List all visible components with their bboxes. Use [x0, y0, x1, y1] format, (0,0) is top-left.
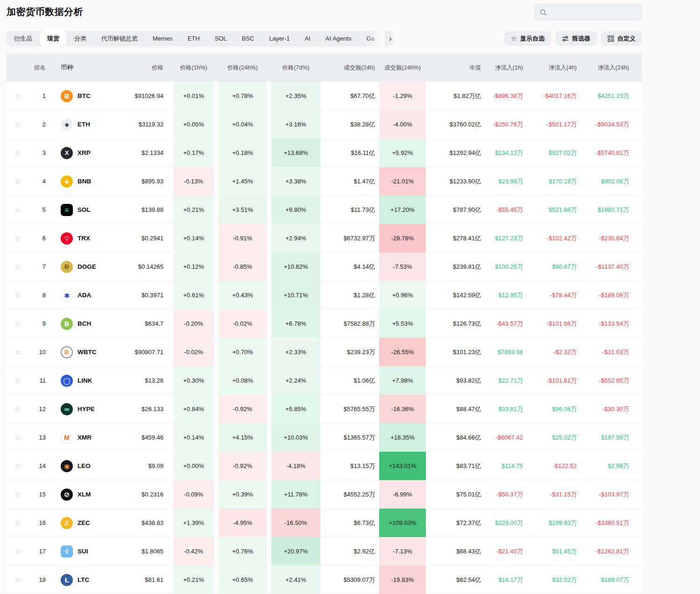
tab-9[interactable]: AI — [297, 31, 318, 46]
cell-rank: 2 — [29, 110, 47, 139]
favorite-star-icon[interactable]: ☆ — [7, 537, 29, 566]
cell-netflow-1h: $229.00万 — [481, 509, 523, 537]
cell-volume-24h: $5765.55万 — [320, 395, 375, 423]
search-input[interactable] — [550, 8, 637, 16]
cell-pct7d: +13.68% — [271, 139, 320, 167]
coin-symbol: WBTC — [78, 349, 97, 356]
cell-pct1h: +0.30% — [173, 366, 214, 395]
table-row[interactable]: ☆6▽TRX$0.2941+0.14%-0.91%+2.94%$6732.97万… — [7, 224, 642, 252]
tab-2[interactable]: 分类 — [67, 31, 94, 46]
tab-bar: 衍生品现货分类代币解锁总览MemesETHSOLBSCLayer-1AIAI A… — [7, 31, 393, 46]
table-row[interactable]: ☆15⊘XLM$0.2316-0.09%+0.39%+11.78%$4552.2… — [7, 480, 642, 509]
cell-netflow-1h: -$21.40万 — [481, 537, 523, 566]
tab-10[interactable]: AI Agents — [318, 31, 359, 46]
cell-pct24h: -4.95% — [219, 509, 267, 537]
cell-market-cap: $88.47亿 — [426, 395, 481, 423]
cell-price: $0.3971 — [114, 281, 165, 309]
table-row[interactable]: ☆5≡SOL$139.88+0.21%+3.51%+9.80%$11.73亿+1… — [7, 196, 642, 224]
tab-0[interactable]: 衍生品 — [7, 31, 40, 46]
search-box[interactable] — [535, 4, 642, 21]
favorite-star-icon[interactable]: ☆ — [7, 423, 29, 452]
favorite-star-icon[interactable]: ☆ — [7, 281, 29, 309]
col-header-4: 价格(1h%) — [173, 54, 214, 82]
cell-pct1h: +0.21% — [173, 566, 214, 594]
favorite-star-icon[interactable]: ☆ — [7, 338, 29, 366]
tab-7[interactable]: BSC — [234, 31, 262, 46]
cell-volume-24h: $6.73亿 — [320, 509, 375, 537]
table-row[interactable]: ☆17◊SUI$1.8065-0.42%+0.76%+20.97%$2.92亿-… — [7, 537, 642, 566]
cell-pct7d: +10.82% — [271, 252, 320, 281]
cell-coin: XXRP — [47, 139, 114, 167]
cell-rank: 9 — [29, 309, 47, 338]
cell-volume-change-24h: +5.53% — [379, 309, 426, 338]
tab-6[interactable]: SOL — [207, 31, 234, 46]
cell-volume-change-24h: -16.36% — [379, 395, 426, 423]
favorite-star-icon[interactable]: ☆ — [7, 509, 29, 537]
table-row[interactable]: ☆16ℤZEC$438.83+1.39%-4.95%-16.50%$6.73亿+… — [7, 509, 642, 537]
cell-volume-24h: $5309.07万 — [320, 566, 375, 594]
favorite-star-icon[interactable]: ☆ — [7, 452, 29, 480]
cell-pct24h: +4.15% — [219, 423, 267, 452]
tab-8[interactable]: Layer-1 — [262, 31, 297, 46]
cell-volume-change-24h: +5.92% — [379, 139, 426, 167]
cell-volume-change-24h: +0.96% — [379, 281, 426, 309]
cell-netflow-4h: -$501.17万 — [523, 110, 577, 139]
coin-symbol: SUI — [78, 548, 88, 555]
cell-netflow-1h: $100.25万 — [481, 252, 523, 281]
cell-pct1h: +0.21% — [173, 196, 214, 224]
cell-volume-change-24h: -7.13% — [379, 537, 426, 566]
tab-11[interactable]: Ga — [359, 31, 382, 46]
table-row[interactable]: ☆7ÐDOGE$0.14265+0.12%-0.85%+10.82%$4.14亿… — [7, 252, 642, 281]
cell-volume-24h: $6732.97万 — [320, 224, 375, 252]
favorite-star-icon[interactable]: ☆ — [7, 82, 29, 110]
table-row[interactable]: ☆18ŁLTC$81.61+0.21%+0.65%+2.41%$5309.07万… — [7, 566, 642, 594]
table-row[interactable]: ☆12∞HYPE$26.133+0.84%-0.92%+5.85%$5765.5… — [7, 395, 642, 423]
col-header-8: 成交额(24h%) — [379, 54, 426, 82]
table-row[interactable]: ☆8∗ADA$0.3971+0.61%+0.43%+10.71%$1.28亿+0… — [7, 281, 642, 309]
table-row[interactable]: ☆10ɃWBTC$90807.71-0.02%+0.70%+2.33%$239.… — [7, 338, 642, 366]
filter-button[interactable]: 筛选器 — [555, 31, 597, 46]
crypto-table: 排名币种价格价格(1h%)价格(24h%)价格(7d%)成交额(24h)成交额(… — [7, 54, 642, 594]
show-favorites-button[interactable]: ☆显示自选 — [504, 31, 551, 46]
favorite-star-icon[interactable]: ☆ — [7, 366, 29, 395]
coin-icon: X — [61, 147, 73, 159]
tab-1[interactable]: 现货 — [40, 31, 67, 46]
cell-coin: ◊SUI — [47, 537, 114, 566]
cell-netflow-4h: $32.52万 — [523, 566, 577, 594]
table-row[interactable]: ☆9ɃBCH$634.7-0.20%-0.02%+6.78%$7582.88万+… — [7, 309, 642, 338]
table-row[interactable]: ☆2◆ETH$3119.32+0.05%+0.04%+3.16%$38.28亿-… — [7, 110, 642, 139]
favorite-star-icon[interactable]: ☆ — [7, 566, 29, 594]
tab-5[interactable]: ETH — [180, 31, 207, 46]
table-row[interactable]: ☆11◯LINK$13.26+0.30%+0.08%+2.24%$1.06亿+7… — [7, 366, 642, 395]
cell-netflow-24h: -$133.54万 — [577, 309, 629, 338]
cell-coin: ⊘XLM — [47, 480, 114, 509]
favorite-star-icon[interactable]: ☆ — [7, 196, 29, 224]
cell-netflow-1h: -$896.38万 — [481, 82, 523, 110]
favorite-star-icon[interactable]: ☆ — [7, 139, 29, 167]
cell-coin: ◯LINK — [47, 366, 114, 395]
table-row[interactable]: ☆3XXRP$2.1334+0.17%+0.18%+13.68%$16.11亿+… — [7, 139, 642, 167]
table-row[interactable]: ☆14◉LEO$9.09+0.00%-0.92%-4.18%$13.15万+14… — [7, 452, 642, 480]
cell-rank: 18 — [29, 566, 47, 594]
favorite-star-icon[interactable]: ☆ — [7, 395, 29, 423]
chevron-right-icon[interactable]: › — [389, 31, 392, 46]
toolbar: 衍生品现货分类代币解锁总览MemesETHSOLBSCLayer-1AIAI A… — [7, 31, 642, 46]
favorite-star-icon[interactable]: ☆ — [7, 110, 29, 139]
cell-pct7d: -4.18% — [271, 452, 320, 480]
favorite-star-icon[interactable]: ☆ — [7, 252, 29, 281]
tab-3[interactable]: 代币解锁总览 — [94, 31, 145, 46]
tab-4[interactable]: Memes — [145, 31, 180, 46]
coin-symbol: LTC — [78, 576, 89, 583]
table-row[interactable]: ☆1ɃBTC$91026.94+0.01%+0.78%+2.35%$67.70亿… — [7, 82, 642, 110]
favorite-star-icon[interactable]: ☆ — [7, 224, 29, 252]
table-row[interactable]: ☆4◈BNB$895.93-0.13%+1.45%+3.38%$1.47亿-21… — [7, 167, 642, 196]
cell-price: $13.26 — [114, 366, 165, 395]
favorite-star-icon[interactable]: ☆ — [7, 167, 29, 196]
coin-icon: Ƀ — [61, 346, 73, 358]
favorite-star-icon[interactable]: ☆ — [7, 480, 29, 509]
customize-button[interactable]: 自定义 — [601, 31, 642, 46]
favorite-star-icon[interactable]: ☆ — [7, 309, 29, 338]
cell-volume-24h: $1365.57万 — [320, 423, 375, 452]
table-row[interactable]: ☆13MXMR$459.46+0.14%+4.15%+10.03%$1365.5… — [7, 423, 642, 452]
cell-market-cap: $239.81亿 — [426, 252, 481, 281]
